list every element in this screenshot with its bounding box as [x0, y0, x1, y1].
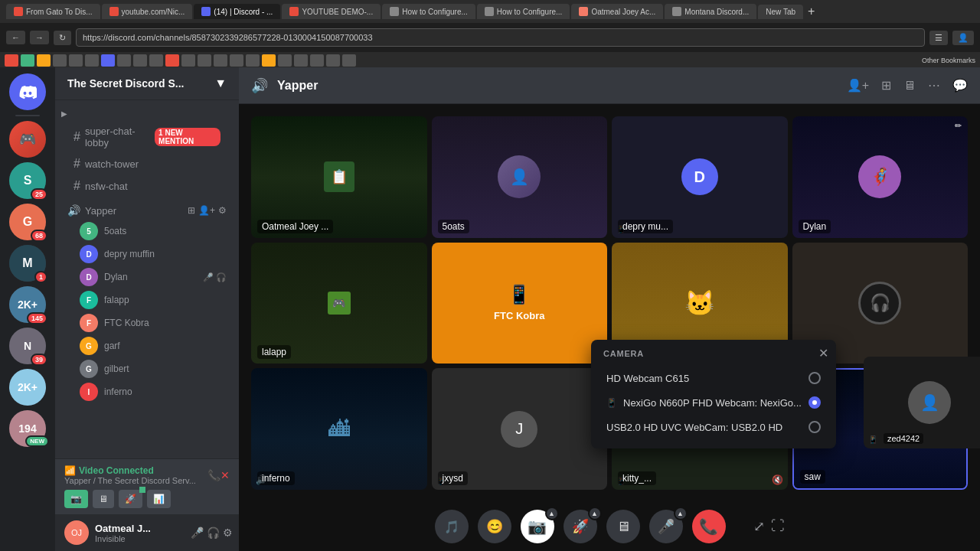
voice-member-ftckobra[interactable]: F FTC Kobra	[61, 311, 233, 334]
tile-label-saw: saw	[800, 470, 825, 484]
avatar: F	[80, 291, 98, 309]
tile-label-inferno: inferno	[257, 471, 295, 485]
browser-tab-new[interactable]: New Tab	[758, 5, 803, 19]
browser-tab-3[interactable]: (14) | Discord - ...	[194, 4, 280, 19]
video-tile-soats: 👤 5oats	[432, 116, 608, 238]
server-icon-2[interactable]: S 25	[9, 162, 46, 199]
camera-dropdown-close[interactable]: ✕	[818, 346, 828, 360]
camera-radio-2[interactable]	[808, 396, 821, 409]
boost-control-group: 🚀 ▲	[564, 510, 597, 543]
avatar: I	[80, 383, 98, 401]
server-icon-1[interactable]: 🎮	[9, 121, 46, 158]
browser-tab-5[interactable]: How to Configure...	[382, 4, 475, 19]
badge-68: 68	[31, 230, 47, 242]
server-icon-3[interactable]: G 68	[9, 204, 46, 240]
voice-channel-header[interactable]: 🔊 Yapper ⊞ 👤+ ⚙	[61, 201, 233, 220]
server-icon-8[interactable]: 194 NEW	[9, 410, 46, 447]
browser-tab-7[interactable]: Oatmeal Joey Ac...	[571, 4, 663, 19]
vc-screen-btn[interactable]: 🖥	[93, 490, 114, 508]
screenshare-button[interactable]: 🖥	[606, 510, 640, 543]
grid-icon[interactable]: ⊞	[881, 78, 891, 93]
channel-super-chat-lobby[interactable]: # super-chat-lobby 1 NEW MENTION	[61, 122, 233, 152]
end-call-button[interactable]: 📞	[692, 510, 726, 543]
channel-sidebar: The Secret Discord S... ▼ ▶ # super-chat…	[55, 67, 239, 551]
vc-camera-btn[interactable]: 📷	[64, 490, 88, 508]
video-tile-inferno: 🏙 🔊 inferno	[251, 368, 427, 490]
video-tile-zed: 👤 📱 zed4242	[864, 357, 980, 448]
server-sidebar: 🎮 S 25 G 68 M 1 2K+ 145 N 39 2K+ 194 NEW	[0, 67, 55, 551]
collapse-arrow[interactable]: ▶	[55, 106, 239, 121]
tile-label-soats: 5oats	[438, 220, 469, 233]
camera-chevron[interactable]: ▲	[545, 507, 559, 520]
mention-badge: 1 NEW MENTION	[155, 128, 220, 146]
mobile-icon-2: 📱	[606, 398, 617, 408]
channel-nsfw-chat[interactable]: # nsfw-chat	[61, 175, 233, 197]
channels-list: ▶ # super-chat-lobby 1 NEW MENTION # wat…	[55, 100, 239, 458]
chat-icon[interactable]: 💬	[952, 78, 968, 93]
fullscreen-icon[interactable]: ⛶	[771, 518, 785, 535]
back-button[interactable]: ←	[6, 31, 25, 44]
user-name: Oatmeal J...	[95, 523, 185, 534]
vc-disconnect[interactable]: 📞✕	[207, 469, 230, 481]
vc-activity-btn[interactable]: 📊	[147, 490, 171, 508]
extensions-button[interactable]: ☰	[929, 31, 948, 45]
camera-radio-3[interactable]	[808, 421, 821, 433]
video-connected-bar: 📶 Video Connected Yapper / The Secret Di…	[55, 458, 239, 514]
user-settings-icon[interactable]: ⚙	[223, 527, 233, 539]
browser-tabs: From Gato To Dis... youtube.com/Nic... (…	[0, 0, 980, 23]
soundboard-button[interactable]: 🎵	[435, 510, 469, 543]
mic-control-group: 🎤 ▲	[649, 510, 683, 543]
voice-member-dylan[interactable]: D Dylan 🎤 🎧	[61, 266, 233, 289]
server-icon-5[interactable]: 2K+ 145	[9, 286, 46, 323]
add-voice-icon[interactable]: ⊞	[188, 205, 195, 216]
bottom-controls: 🎵 😊 📷 ▲ 🚀 ▲ 🖥 🎤 ▲ 📞 ⤢ ⛶	[239, 502, 980, 551]
browser-tab-2[interactable]: youtube.com/Nic...	[102, 4, 193, 19]
voice-member-inferno[interactable]: I inferno	[61, 380, 233, 403]
more-options-icon[interactable]: ⋯	[928, 78, 940, 93]
profile-button[interactable]: 👤	[952, 31, 974, 45]
avatar: F	[80, 314, 98, 332]
browser-tab-8[interactable]: Montana Discord...	[665, 4, 756, 19]
channel-watch-tower[interactable]: # watch-tower	[61, 153, 233, 174]
tile-label-dylan: Dylan	[799, 220, 831, 233]
voice-member-gilbert[interactable]: G gilbert	[61, 357, 233, 380]
mic-chevron[interactable]: ▲	[674, 507, 688, 520]
settings-voice-icon[interactable]: ⚙	[218, 205, 227, 216]
boost-chevron[interactable]: ▲	[588, 507, 602, 520]
browser-tab-1[interactable]: From Gato To Dis...	[6, 4, 100, 19]
voice-member-garf[interactable]: G garf	[61, 334, 233, 357]
headphone-icon[interactable]: 🎧	[207, 527, 220, 539]
camera-option-3[interactable]: USB2.0 HD UVC WebCam: USB2.0 HD	[603, 415, 824, 439]
mute-icon: 🎤	[203, 272, 214, 282]
browser-tab-4[interactable]: YOUTUBE DEMO-...	[282, 4, 381, 19]
mic-control-icon[interactable]: 🎤	[191, 527, 204, 539]
screen-icon[interactable]: 🖥	[903, 79, 916, 93]
server-icon-4[interactable]: M 1	[9, 245, 46, 282]
camera-radio-1[interactable]	[808, 372, 821, 384]
tile-label-depry: depry mu...	[618, 220, 673, 233]
server-icon-6[interactable]: N 39	[9, 328, 46, 364]
address-bar[interactable]	[76, 28, 925, 47]
voice-member-5oats[interactable]: 5 5oats	[61, 220, 233, 243]
emoji-button[interactable]: 😊	[478, 510, 511, 543]
vc-boost-btn[interactable]: 🚀	[119, 490, 142, 508]
server-icon-7[interactable]: 2K+	[9, 369, 46, 406]
server-name: The Secret Discord S...	[67, 77, 185, 90]
browser-tab-6[interactable]: How to Configure...	[477, 4, 570, 19]
popout-icon[interactable]: ⤢	[753, 518, 765, 535]
new-tab-button[interactable]: +	[808, 5, 815, 18]
tile-label-lalapp: lalapp	[257, 345, 291, 359]
forward-button[interactable]: →	[30, 31, 49, 44]
camera-option-2[interactable]: 📱 NexiGo N660P FHD Webcam: NexiGo...	[603, 390, 824, 415]
server-header[interactable]: The Secret Discord S... ▼	[55, 67, 239, 100]
voice-member-depry[interactable]: D depry muffin	[61, 243, 233, 266]
invite-icon[interactable]: 👤+	[198, 205, 215, 216]
video-tile-depry: D 📱 depry mu...	[612, 116, 788, 238]
reload-button[interactable]: ↻	[54, 31, 71, 45]
add-member-icon[interactable]: 👤+	[847, 78, 869, 93]
member-name: depry muffin	[104, 249, 155, 259]
camera-option-1[interactable]: HD Webcam C615	[603, 366, 824, 390]
user-status: Invisible	[95, 534, 185, 543]
discord-icon[interactable]	[9, 73, 46, 110]
voice-member-falapp[interactable]: F falapp	[61, 289, 233, 311]
